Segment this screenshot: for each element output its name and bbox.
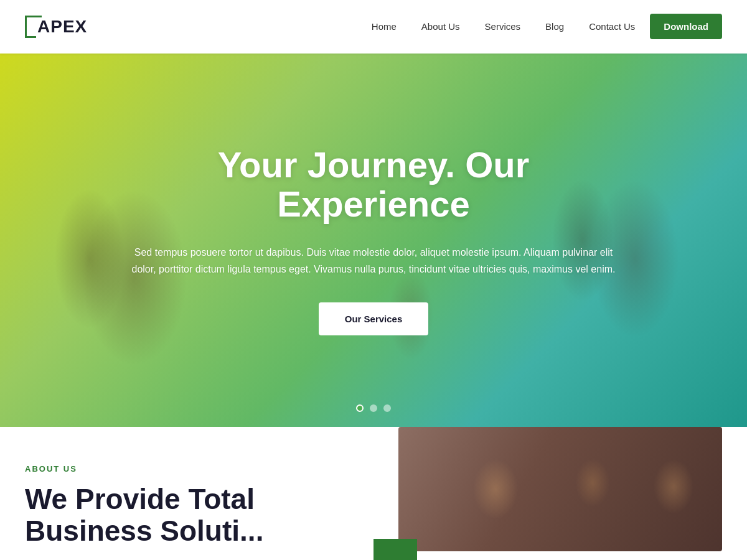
about-heading-line1: We Provide Total bbox=[25, 483, 255, 515]
nav-link-services[interactable]: Services bbox=[475, 16, 531, 37]
nav-item-download[interactable]: Download bbox=[650, 21, 722, 32]
nav-link-home[interactable]: Home bbox=[362, 16, 406, 37]
hero-description: Sed tempus posuere tortor ut dapibus. Du… bbox=[131, 244, 616, 278]
nav-link-blog[interactable]: Blog bbox=[535, 16, 574, 37]
hero-content: Your Journey. Our Experience Sed tempus … bbox=[106, 145, 641, 336]
about-image bbox=[398, 427, 722, 551]
nav-item-home[interactable]: Home bbox=[362, 21, 406, 32]
logo-text: APEX bbox=[37, 17, 87, 37]
logo-bracket-icon bbox=[25, 16, 36, 38]
logo[interactable]: APEX bbox=[25, 16, 87, 38]
nav-links: Home About Us Services Blog Contact Us D… bbox=[362, 21, 722, 32]
navbar: APEX Home About Us Services Blog Contact… bbox=[0, 0, 747, 54]
about-left-content: ABOUT US We Provide Total Business Solut… bbox=[25, 464, 361, 546]
slider-dot-2[interactable] bbox=[370, 404, 377, 412]
hero-section: Your Journey. Our Experience Sed tempus … bbox=[0, 54, 747, 427]
nav-item-blog[interactable]: Blog bbox=[535, 21, 574, 32]
about-label: ABOUT US bbox=[25, 464, 361, 474]
nav-item-about[interactable]: About Us bbox=[411, 21, 470, 32]
slider-dot-1[interactable] bbox=[356, 404, 364, 412]
slider-dots bbox=[356, 404, 391, 412]
about-heading: We Provide Total Business Soluti... bbox=[25, 483, 361, 546]
about-green-accent bbox=[374, 539, 417, 560]
about-heading-line2: Business Soluti... bbox=[25, 515, 263, 547]
download-button[interactable]: Download bbox=[650, 14, 722, 39]
about-right-image bbox=[386, 464, 722, 560]
nav-item-services[interactable]: Services bbox=[475, 21, 531, 32]
nav-link-about[interactable]: About Us bbox=[411, 16, 470, 37]
hero-cta-button[interactable]: Our Services bbox=[319, 302, 429, 335]
hero-title: Your Journey. Our Experience bbox=[131, 145, 616, 225]
nav-item-contact[interactable]: Contact Us bbox=[579, 21, 645, 32]
slider-dot-3[interactable] bbox=[383, 404, 391, 412]
about-section: ABOUT US We Provide Total Business Solut… bbox=[0, 427, 747, 560]
nav-link-contact[interactable]: Contact Us bbox=[579, 16, 645, 37]
